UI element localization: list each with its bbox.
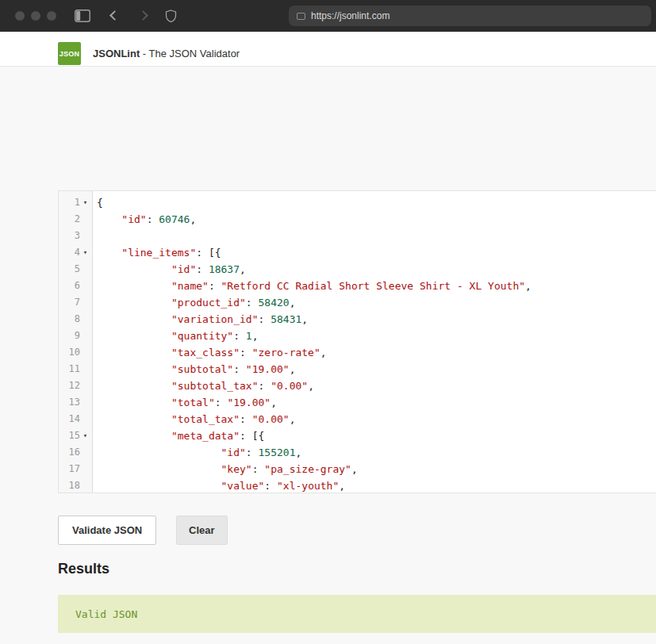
site-name: JSONLint [93, 48, 140, 59]
line-number: 9 [63, 328, 80, 344]
code-line: "variation_id": 58431, [97, 311, 656, 328]
validate-json-button[interactable]: Validate JSON [58, 516, 156, 545]
line-number: 10 [63, 344, 80, 361]
code-line: "subtotal_tax": "0.00", [97, 378, 656, 394]
line-number: 18 [63, 477, 80, 494]
line-number: 1 [63, 194, 80, 211]
line-number: 7 [63, 294, 80, 311]
code-line: "total_tax": "0.00", [97, 411, 656, 427]
code-line: "subtotal": "19.00", [97, 361, 656, 378]
line-number: 15 [63, 427, 80, 444]
sidebar-toggle-icon[interactable] [75, 10, 90, 25]
code-line: "key": "pa_size-gray", [97, 461, 656, 477]
privacy-shield-icon[interactable] [165, 10, 177, 26]
browser-titlebar: https://jsonlint.com [0, 0, 656, 32]
close-button[interactable] [15, 11, 25, 21]
validation-status-banner: Valid JSON [58, 595, 656, 633]
line-number: 4 [63, 244, 80, 261]
back-button[interactable] [109, 10, 120, 21]
forward-button[interactable] [138, 10, 148, 21]
page-icon [297, 13, 305, 20]
site-tagline: - The JSON Validator [140, 48, 240, 59]
site-header: JSON JSONLint - The JSON Validator [0, 32, 656, 67]
code-line: { [97, 194, 656, 211]
code-line: "id": 18637, [97, 261, 656, 278]
code-line: "tax_class": "zero-rate", [97, 344, 656, 361]
line-number: 5 [63, 261, 80, 278]
line-number: 11 [63, 361, 80, 378]
line-number: 16 [63, 444, 80, 461]
results-heading: Results [58, 561, 109, 577]
line-number: 8 [63, 311, 80, 328]
fold-marker-icon[interactable]: ▾ [80, 427, 90, 444]
browser-window: https://jsonlint.com JSON JSONLint - The… [0, 0, 656, 644]
json-editor[interactable]: 1▾234▾56789101112131415▾161718 { "id": 6… [58, 190, 656, 493]
code-line: "quantity": 1, [97, 328, 656, 344]
line-number: 12 [63, 378, 80, 394]
code-line: "name": "Retford CC Radial Short Sleeve … [97, 278, 656, 294]
address-bar[interactable]: https://jsonlint.com [289, 6, 651, 26]
line-number: 14 [63, 411, 80, 427]
jsonlint-logo[interactable]: JSON [58, 42, 81, 65]
validation-message: Valid JSON [75, 608, 137, 620]
site-title[interactable]: JSONLint - The JSON Validator [93, 48, 240, 59]
minimize-button[interactable] [31, 11, 40, 21]
fold-marker-icon[interactable]: ▾ [80, 194, 90, 211]
zoom-button[interactable] [47, 11, 56, 21]
code-line: "meta_data": [{ [97, 427, 656, 444]
editor-lines[interactable]: { "id": 60746, "line_items": [{ "id": 18… [93, 191, 656, 493]
line-number: 6 [63, 278, 80, 294]
url-text: https://jsonlint.com [311, 10, 389, 21]
code-line: "line_items": [{ [97, 244, 656, 261]
code-line: "id": 60746, [97, 211, 656, 228]
fold-marker-icon[interactable]: ▾ [80, 244, 90, 261]
line-number: 13 [63, 394, 80, 411]
line-number: 2 [63, 211, 80, 228]
line-number: 17 [63, 461, 80, 477]
code-line: "id": 155201, [97, 444, 656, 461]
clear-button[interactable]: Clear [176, 516, 228, 545]
code-line: "total": "19.00", [97, 394, 656, 411]
code-line: "value": "xl-youth", [97, 477, 656, 493]
code-line [97, 228, 656, 244]
editor-gutter: 1▾234▾56789101112131415▾161718 [59, 191, 93, 493]
line-number: 3 [63, 228, 80, 244]
code-line: "product_id": 58420, [97, 294, 656, 311]
